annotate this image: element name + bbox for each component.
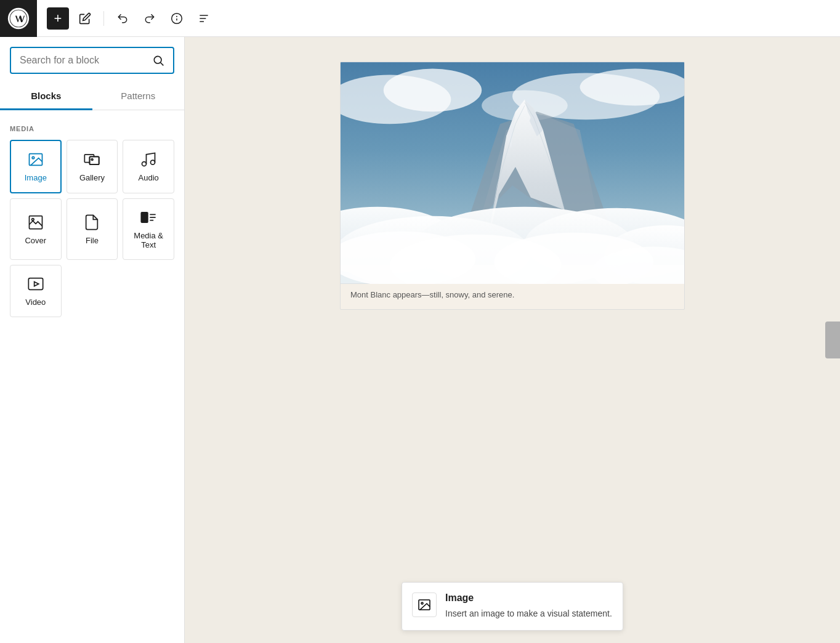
block-label-file: File — [86, 236, 99, 245]
block-item-cover[interactable]: Cover — [10, 198, 62, 260]
mountain-svg — [341, 62, 684, 284]
search-box — [10, 47, 174, 74]
add-block-button[interactable]: + — [47, 7, 69, 30]
menu-icon — [198, 12, 210, 25]
block-label-video: Video — [25, 297, 46, 307]
redo-icon — [143, 12, 156, 25]
block-label-cover: Cover — [25, 236, 46, 245]
right-handle[interactable] — [825, 322, 840, 358]
block-grid: Image Gallery — [10, 140, 174, 317]
block-label-audio: Audio — [139, 173, 159, 182]
block-item-video[interactable]: Video — [10, 265, 62, 317]
svg-point-7 — [154, 56, 161, 63]
search-wrap — [0, 37, 184, 82]
svg-line-8 — [161, 63, 164, 66]
block-label-image: Image — [25, 173, 47, 182]
plus-icon: + — [54, 10, 62, 26]
block-label-media-text: Media & Text — [128, 231, 169, 249]
wp-logo — [0, 0, 37, 37]
audio-block-icon — [140, 151, 157, 168]
info-icon — [171, 12, 183, 25]
svg-rect-23 — [28, 278, 42, 290]
svg-point-15 — [142, 162, 147, 166]
tabs: Blocks Patterns — [0, 82, 184, 110]
pencil-icon — [79, 12, 91, 25]
info-button[interactable] — [166, 7, 188, 30]
undo-button[interactable] — [111, 7, 134, 30]
edit-button[interactable] — [74, 7, 96, 30]
tab-patterns[interactable]: Patterns — [92, 82, 185, 110]
svg-point-27 — [384, 69, 482, 112]
editor-card: Mont Blanc appears—still, snowy, and ser… — [340, 62, 685, 310]
block-item-media-text[interactable]: Media & Text — [123, 198, 174, 260]
tooltip-description: Insert an image to make a visual stateme… — [445, 607, 612, 620]
file-block-icon — [83, 214, 100, 231]
search-icon — [152, 54, 164, 67]
svg-point-18 — [31, 218, 34, 220]
svg-rect-46 — [341, 265, 684, 283]
cover-block-icon — [27, 214, 44, 231]
svg-rect-19 — [141, 212, 148, 222]
search-input[interactable] — [20, 55, 147, 66]
media-text-block-icon — [140, 209, 157, 226]
image-caption: Mont Blanc appears—still, snowy, and ser… — [341, 284, 684, 309]
tooltip-image-icon — [417, 597, 432, 612]
tooltip-title: Image — [445, 592, 612, 604]
mountain-image[interactable] — [341, 62, 684, 284]
block-item-gallery[interactable]: Gallery — [67, 140, 118, 193]
image-block-icon — [27, 151, 44, 168]
sidebar: Blocks Patterns MEDIA Image — [0, 37, 185, 643]
tab-blocks[interactable]: Blocks — [0, 82, 92, 110]
block-tooltip: Image Insert an image to make a visual s… — [402, 582, 623, 631]
content-area: Mont Blanc appears—still, snowy, and ser… — [185, 37, 840, 643]
block-item-audio[interactable]: Audio — [123, 140, 174, 193]
main-layout: Blocks Patterns MEDIA Image — [0, 37, 840, 643]
block-item-file[interactable]: File — [67, 198, 118, 260]
block-label-gallery: Gallery — [79, 173, 105, 182]
gallery-block-icon — [83, 151, 100, 168]
toolbar: + — [0, 0, 840, 37]
tooltip-content: Image Insert an image to make a visual s… — [445, 592, 612, 620]
redo-button[interactable] — [139, 7, 161, 30]
video-block-icon — [27, 275, 44, 293]
svg-marker-24 — [34, 282, 38, 286]
svg-point-48 — [421, 602, 423, 604]
toolbar-divider-1 — [103, 11, 104, 26]
block-item-image[interactable]: Image — [10, 140, 62, 193]
block-list: MEDIA Image — [0, 110, 184, 643]
svg-rect-12 — [90, 156, 99, 164]
tooltip-icon — [412, 592, 437, 617]
svg-point-10 — [32, 156, 34, 159]
tools-button[interactable] — [193, 7, 215, 30]
svg-point-16 — [151, 160, 155, 164]
undo-icon — [116, 12, 129, 25]
media-section-label: MEDIA — [10, 125, 174, 132]
